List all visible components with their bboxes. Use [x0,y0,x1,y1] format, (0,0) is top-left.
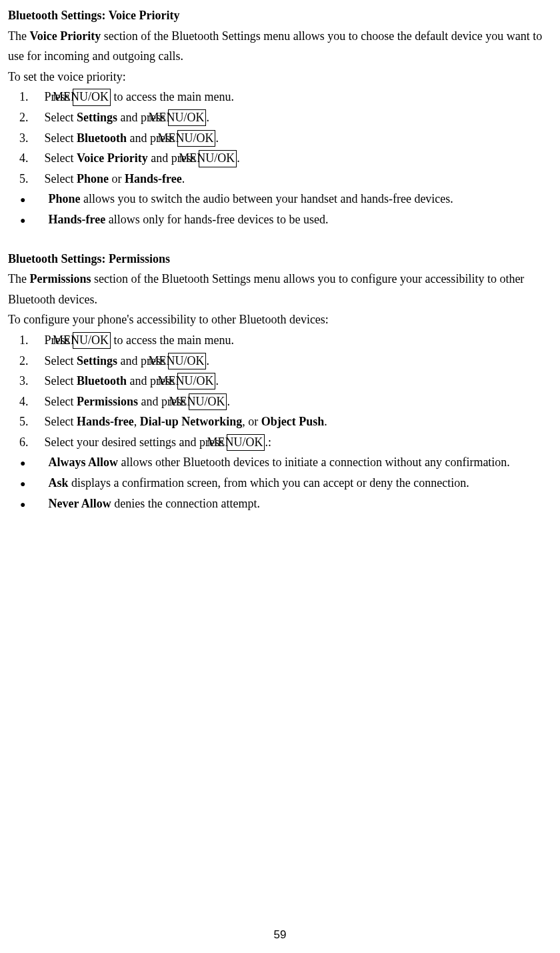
page-number: 59 [0,926,560,945]
bullet-item: Phone allows you to switch the audio bet… [8,189,552,209]
key-button: MENU/OK [177,373,215,389]
text: . [215,131,219,145]
bullet-item: Ask displays a confirmation screen, from… [8,473,552,494]
text: to access the main menu. [111,333,234,347]
text: Select [45,151,77,165]
key-button: MENU/OK [168,353,206,369]
spacer [8,230,552,249]
bullet-item: Always Allow allows other Bluetooth devi… [8,452,552,473]
bold-text: Settings [77,354,117,367]
bold-text: Permissions [29,272,91,285]
steps-list-1: Press MENU/OK to access the main menu. S… [8,87,552,189]
bold-text: Voice Priority [77,151,148,165]
bold-text: Hands-free [49,213,106,226]
step-item: Select Hands-free, Dial-up Networking, o… [8,411,552,432]
text: or [109,172,125,185]
step-item: Select Permissions and press MENU/OK. [8,391,552,412]
step-item: Select Settings and press MENU/OK. [8,351,552,371]
text: to access the main menu. [111,90,234,103]
step-item: Select Bluetooth and press MENU/OK. [8,371,552,391]
bullets-list-1: Phone allows you to switch the audio bet… [8,189,552,229]
key-button: MENU/OK [168,109,206,126]
bold-text: Hands-free [125,172,182,185]
text: Select [45,172,77,185]
text: , or [242,415,261,428]
intro-paragraph-2: The Permissions section of the Bluetooth… [8,269,552,309]
text: Select [45,374,77,387]
bold-text: Always Allow [49,455,119,469]
text: Select [45,131,77,145]
lead-line-1: To set the voice priority: [8,67,552,87]
bullet-item: Never Allow denies the connection attemp… [8,494,552,514]
text: , [134,415,140,428]
bold-text: Never Allow [49,497,111,510]
key-button: MENU/OK [227,434,265,451]
text: allows you to switch the audio between y… [81,192,453,205]
bold-text: Ask [49,476,69,490]
text: Select [45,415,77,428]
step-item: Select Settings and press MENU/OK. [8,107,552,128]
text: .: [265,435,271,449]
bold-text: Voice Priority [29,29,101,43]
step-item: Select your desired settings and press M… [8,432,552,453]
bold-text: Hands-free [77,415,134,428]
text: . [324,415,327,428]
text: allows other Bluetooth devices to initia… [118,455,510,469]
text: . [182,172,185,185]
lead-line-2: To configure your phone's accessibility … [8,309,552,330]
text: . [227,395,230,408]
key-button: MENU/OK [73,332,111,349]
text: Select [45,395,77,408]
bold-text: Bluetooth [77,131,127,145]
text: The [8,29,29,43]
bold-text: Bluetooth [77,374,127,387]
bold-text: Phone [49,192,81,205]
step-item: Select Bluetooth and press MENU/OK. [8,128,552,149]
text: . [215,374,219,387]
bullet-item: Hands-free allows only for hands-free de… [8,209,552,230]
text: Select [45,354,77,367]
key-button: MENU/OK [189,393,227,410]
bold-text: Settings [77,111,117,124]
bullets-list-2: Always Allow allows other Bluetooth devi… [8,452,552,514]
intro-paragraph-1: The Voice Priority section of the Blueto… [8,26,552,67]
text: . [206,111,209,124]
text: allows only for hands-free devices to be… [105,213,328,226]
step-item: Select Voice Priority and press MENU/OK. [8,148,552,169]
text: . [237,151,240,165]
step-item: Select Phone or Hands-free. [8,169,552,189]
bold-text: Object Push [261,415,325,428]
bold-text: Phone [77,172,109,185]
text: Select [45,111,77,124]
bold-text: Dial-up Networking [140,415,243,428]
text: The [8,272,29,285]
step-item: Press MENU/OK to access the main menu. [8,87,552,107]
text: . [206,354,209,367]
key-button: MENU/OK [177,130,215,147]
text: Select your desired settings and press [45,435,227,449]
step-item: Press MENU/OK to access the main menu. [8,330,552,351]
steps-list-2: Press MENU/OK to access the main menu. S… [8,330,552,453]
key-button: MENU/OK [73,89,111,105]
text: denies the connection attempt. [111,497,260,510]
section-title-permissions: Bluetooth Settings: Permissions [8,249,552,269]
key-button: MENU/OK [199,150,237,167]
text: displays a confirmation screen, from whi… [69,476,469,490]
section-title-voice-priority: Bluetooth Settings: Voice Priority [8,5,552,26]
bold-text: Permissions [77,395,138,408]
